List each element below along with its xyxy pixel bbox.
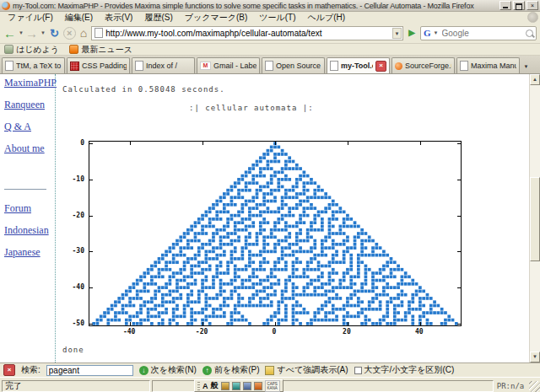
find-bar: × 検索: ↓ 次を検索(N) ↑ 前を検索(P) すべて強調表示(A) 大文字… — [0, 362, 540, 377]
sidebar-link-about-me[interactable]: About me — [4, 142, 55, 155]
close-button[interactable]: × — [526, 1, 538, 10]
menu-help[interactable]: ヘルプ(H) — [302, 12, 352, 24]
calculation-time-text: Calculated in 0.58048 seconds. — [62, 85, 225, 94]
resize-grip-icon[interactable] — [529, 381, 540, 392]
y-tick-label: -50 — [57, 320, 84, 327]
tab-maxima-manual[interactable]: Maxima Manual... — [456, 57, 520, 73]
y-tick-label: -10 — [57, 175, 84, 183]
sourceforge-icon — [395, 62, 402, 70]
sidebar-link-maximaphp[interactable]: MaximaPHP — [4, 77, 55, 89]
y-tick-label: -30 — [57, 247, 84, 255]
x-tick-label: -20 — [189, 328, 214, 336]
search-input[interactable] — [440, 28, 524, 39]
url-history-dropdown[interactable]: ▼ — [392, 28, 402, 39]
ime-pen-icon[interactable] — [221, 382, 230, 390]
ime-conversion-mode[interactable]: 般 — [211, 380, 219, 391]
menu-view[interactable]: 表示(V) — [99, 12, 138, 24]
rss-icon — [69, 45, 78, 54]
menu-bar: ファイル(F) 編集(E) 表示(V) 履歴(S) ブックマーク(B) ツール(… — [0, 12, 540, 23]
tab-gmail[interactable]: M Gmail - Label ... — [197, 57, 260, 73]
tab-css-padding[interactable]: CSS Padding Pr... — [67, 57, 130, 73]
cellular-automata-plot — [89, 141, 462, 326]
tab-ttm[interactable]: TtM, a TeX to ... — [2, 57, 65, 73]
x-tick-label: -40 — [116, 328, 142, 336]
sidebar-divider — [4, 189, 46, 190]
search-box[interactable]: G ▼ — [420, 26, 537, 40]
bookmarks-toolbar: はじめよう 最新ニュース — [0, 44, 540, 56]
ime-caps-kana-indicator: CAPS KANA — [265, 380, 280, 392]
url-input[interactable] — [105, 29, 390, 38]
checkbox-icon — [354, 367, 362, 374]
menu-history[interactable]: 履歴(S) — [138, 12, 178, 24]
scroll-down-icon[interactable]: ▼ — [530, 352, 540, 362]
forward-dropdown-icon[interactable]: ▼ — [40, 30, 46, 35]
sidebar: MaximaPHP Ranqueen Q & A About me Forum … — [0, 74, 56, 362]
ime-keyboard-icon[interactable] — [243, 382, 251, 390]
tab-bar: TtM, a TeX to ... CSS Padding Pr... Inde… — [0, 56, 540, 74]
ime-input-mode[interactable]: A — [202, 382, 208, 390]
navigation-toolbar: ← ▼ → ▼ ↻ × ⌂ ▼ ▶ G ▼ — [0, 23, 540, 44]
y-tick-label: -40 — [57, 283, 84, 291]
ime-options-icon[interactable] — [254, 382, 262, 390]
plot-title: :| cellular automata |: — [189, 104, 314, 112]
bookmark-latest-news[interactable]: 最新ニュース — [69, 44, 132, 56]
y-tick-label: 0 — [57, 139, 84, 147]
ime-dictionary-icon[interactable] — [232, 382, 240, 390]
menu-file[interactable]: ファイル(F) — [2, 12, 59, 24]
page-icon — [5, 61, 14, 71]
x-tick-label: 0 — [262, 328, 287, 336]
page-icon — [265, 61, 273, 71]
sidebar-link-qa[interactable]: Q & A — [4, 121, 55, 133]
tab-index-of[interactable]: Index of / — [132, 57, 195, 73]
arrow-up-icon: ↑ — [202, 366, 212, 375]
google-engine-icon[interactable]: G — [424, 28, 431, 38]
scroll-up-icon[interactable]: ▲ — [530, 74, 540, 85]
tab-list-dropdown[interactable]: ▼ — [521, 60, 532, 73]
title-bar: my-Tool.com: MaximaPHP - Provides Maxima… — [0, 0, 540, 12]
home-button[interactable]: ⌂ — [80, 26, 87, 40]
reload-button[interactable]: ↻ — [50, 27, 59, 40]
firefox-icon — [2, 2, 10, 10]
site-favicon — [94, 28, 103, 38]
status-bar: 完了 A 般 CAPS KANA PR:n/a — [0, 377, 540, 392]
menu-tools[interactable]: ツール(T) — [253, 12, 301, 24]
menu-edit[interactable]: 編集(E) — [59, 12, 99, 24]
highlight-all-button[interactable]: すべて強調表示(A) — [265, 364, 348, 376]
sidebar-link-ranqueen[interactable]: Ranqueen — [4, 99, 55, 111]
search-engine-dropdown[interactable]: ▼ — [434, 30, 439, 35]
pagerank-indicator: PR:n/a — [494, 382, 527, 390]
sidebar-link-indonesian[interactable]: Indonesian — [4, 224, 55, 237]
gmail-icon: M — [200, 62, 211, 70]
css-site-icon — [70, 62, 79, 71]
search-icon[interactable] — [526, 30, 533, 37]
status-text: 完了 — [2, 380, 150, 392]
tab-open-source[interactable]: Open Source D... — [262, 57, 325, 73]
find-prev-button[interactable]: ↑ 前を検索(P) — [202, 364, 260, 376]
vertical-scrollbar[interactable]: ▲ ▼ — [529, 74, 540, 362]
match-case-checkbox[interactable]: 大文字/小文字を区別(C) — [354, 364, 455, 376]
bookmark-icon — [4, 45, 14, 54]
grip-icon[interactable] — [197, 382, 200, 390]
find-input[interactable] — [46, 365, 133, 376]
back-dropdown-icon[interactable]: ▼ — [19, 30, 24, 35]
bookmark-getting-started[interactable]: はじめよう — [4, 44, 59, 56]
find-next-button[interactable]: ↓ 次を検索(N) — [139, 364, 197, 376]
tab-sourceforge[interactable]: SourceForge.ne... — [392, 57, 455, 73]
stop-button: × — [63, 27, 76, 40]
tab-close-icon[interactable]: × — [375, 61, 386, 72]
sidebar-link-japanese[interactable]: Japanese — [4, 246, 55, 259]
findbar-close-icon[interactable]: × — [3, 364, 15, 376]
minimize-button[interactable] — [500, 1, 511, 10]
scrollbar-thumb[interactable] — [530, 177, 540, 261]
go-button[interactable]: ▶ — [405, 26, 418, 40]
menu-bookmarks[interactable]: ブックマーク(B) — [179, 12, 254, 24]
ca-plot-canvas — [89, 142, 461, 325]
highlighter-icon — [265, 366, 274, 375]
forward-button[interactable]: → — [25, 26, 38, 40]
back-button[interactable]: ← — [3, 26, 16, 40]
restore-button[interactable] — [513, 1, 525, 10]
tab-my-tool-active[interactable]: my-Tool.c... × — [327, 57, 390, 73]
y-tick-label: -20 — [57, 212, 84, 219]
url-bar[interactable]: ▼ — [91, 26, 403, 40]
sidebar-link-forum[interactable]: Forum — [4, 202, 55, 215]
